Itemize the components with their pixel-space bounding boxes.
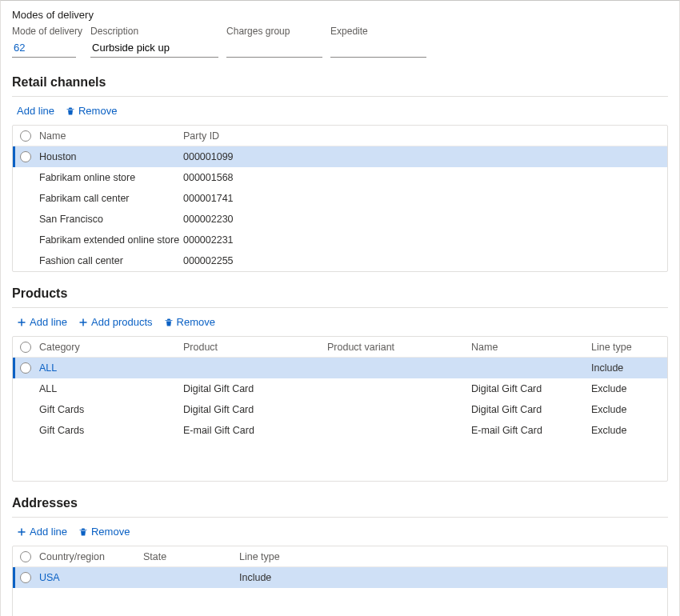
description-field: Description — [90, 26, 218, 58]
plus-icon — [78, 318, 88, 327]
addresses-col-state[interactable]: State — [140, 551, 236, 562]
expedite-label: Expedite — [330, 26, 426, 37]
products-cell-name: E-mail Gift Card — [468, 425, 588, 436]
products-col-linetype[interactable]: Line type — [588, 342, 667, 353]
retail-grid: Name Party ID Houston000001099Fabrikam o… — [12, 125, 668, 272]
retail-head-row: Name Party ID — [13, 126, 667, 146]
retail-cell-party: 000001741 — [180, 193, 667, 204]
products-cell-product: Digital Gift Card — [180, 383, 324, 394]
addresses-title: Addresses — [12, 496, 668, 518]
charges-field: Charges group — [226, 26, 322, 58]
retail-toolbar: Add line Remove — [12, 103, 668, 125]
products-col-product[interactable]: Product — [180, 342, 324, 353]
products-toolbar: Add line Add products Remove — [12, 314, 668, 336]
mode-field: Mode of delivery — [12, 26, 82, 58]
products-cell-name: Digital Gift Card — [468, 404, 588, 415]
products-select-all[interactable] — [20, 342, 31, 353]
products-remove-label: Remove — [177, 316, 215, 328]
table-row[interactable]: ALLInclude — [13, 358, 667, 378]
addresses-grid: Country/region State Line type USAInclud… — [12, 546, 668, 616]
products-col-variant[interactable]: Product variant — [324, 342, 468, 353]
addresses-add-line-button[interactable]: Add line — [17, 526, 67, 538]
products-cell-product: Digital Gift Card — [180, 404, 324, 415]
retail-cell-name: San Francisco — [36, 214, 180, 225]
products-head-row: Category Product Product variant Name Li… — [13, 337, 667, 358]
addresses-cell-country: USA — [36, 572, 140, 583]
addresses-head-row: Country/region State Line type — [13, 546, 667, 567]
addresses-toolbar: Add line Remove — [12, 524, 668, 546]
addresses-add-line-label: Add line — [30, 526, 67, 538]
retail-cell-party: 000002231 — [180, 234, 667, 246]
retail-cell-name: Fabrikam call center — [36, 193, 180, 204]
addresses-remove-button[interactable]: Remove — [78, 526, 130, 538]
table-row[interactable]: San Francisco000002230 — [13, 209, 667, 230]
retail-channels-title: Retail channels — [12, 75, 668, 97]
retail-cell-name: Fabrikam online store — [36, 172, 180, 183]
trash-icon — [78, 527, 88, 537]
products-title: Products — [12, 286, 668, 308]
plus-icon — [17, 527, 26, 537]
addresses-cell-linetype: Include — [236, 572, 667, 583]
retail-select-all[interactable] — [20, 130, 31, 142]
products-cell-name: Digital Gift Card — [468, 383, 588, 394]
products-cell-category: Gift Cards — [36, 425, 180, 436]
row-selector[interactable] — [20, 572, 31, 583]
retail-add-line-button[interactable]: Add line — [17, 105, 54, 117]
products-add-products-label: Add products — [91, 316, 153, 328]
products-add-products-button[interactable]: Add products — [78, 316, 153, 328]
expedite-field: Expedite — [330, 26, 426, 58]
products-cell-linetype: Exclude — [588, 425, 667, 436]
charges-input[interactable] — [226, 38, 322, 58]
table-row[interactable]: Gift CardsDigital Gift CardDigital Gift … — [13, 399, 667, 420]
addresses-col-linetype[interactable]: Line type — [236, 551, 667, 562]
table-row[interactable]: Fabrikam extended online store000002231 — [13, 230, 667, 250]
products-add-line-label: Add line — [30, 316, 67, 328]
header-section: Modes of delivery Mode of delivery Descr… — [1, 1, 679, 61]
table-row[interactable]: Fashion call center000002255 — [13, 250, 667, 271]
retail-cell-party: 000001099 — [180, 151, 667, 162]
products-cell-linetype: Exclude — [588, 383, 667, 394]
expedite-input[interactable] — [330, 38, 426, 58]
retail-col-name[interactable]: Name — [36, 130, 180, 142]
products-col-category[interactable]: Category — [36, 342, 180, 353]
products-cell-category: ALL — [36, 362, 180, 374]
retail-remove-label: Remove — [78, 105, 117, 117]
table-row[interactable]: Fabrikam call center000001741 — [13, 188, 667, 209]
table-row[interactable]: Gift CardsE-mail Gift CardE-mail Gift Ca… — [13, 420, 667, 441]
addresses-remove-label: Remove — [91, 526, 130, 538]
mode-input[interactable] — [12, 38, 76, 58]
retail-cell-party: 000001568 — [180, 172, 667, 183]
products-cell-linetype: Include — [588, 362, 667, 374]
addresses-select-all[interactable] — [20, 551, 31, 562]
description-input[interactable] — [90, 38, 218, 58]
plus-icon — [17, 318, 26, 327]
products-cell-category: ALL — [36, 383, 180, 394]
products-cell-product: E-mail Gift Card — [180, 425, 324, 436]
row-selector[interactable] — [20, 151, 31, 162]
row-selector[interactable] — [20, 362, 31, 374]
table-row[interactable]: USAInclude — [13, 567, 667, 588]
addresses-col-country[interactable]: Country/region — [36, 551, 140, 562]
retail-remove-button[interactable]: Remove — [66, 105, 117, 117]
products-col-name[interactable]: Name — [468, 342, 588, 353]
retail-channels-section: Retail channels Add line Remove Name Par… — [12, 75, 668, 272]
retail-cell-party: 000002230 — [180, 214, 667, 225]
table-row[interactable]: ALLDigital Gift CardDigital Gift CardExc… — [13, 378, 667, 399]
products-cell-category: Gift Cards — [36, 404, 180, 415]
table-row[interactable]: Fabrikam online store000001568 — [13, 167, 667, 188]
retail-cell-party: 000002255 — [180, 255, 667, 266]
trash-icon — [164, 318, 174, 327]
products-add-line-button[interactable]: Add line — [17, 316, 67, 328]
products-section: Products Add line Add products Remove Ca… — [12, 286, 668, 482]
trash-icon — [66, 106, 75, 116]
retail-cell-name: Houston — [36, 151, 180, 162]
products-cell-linetype: Exclude — [588, 404, 667, 415]
retail-cell-name: Fashion call center — [36, 255, 180, 266]
retail-col-party[interactable]: Party ID — [180, 130, 667, 142]
charges-label: Charges group — [226, 26, 322, 37]
table-row[interactable]: Houston000001099 — [13, 146, 667, 167]
description-label: Description — [90, 26, 218, 37]
products-remove-button[interactable]: Remove — [164, 316, 215, 328]
mode-label: Mode of delivery — [12, 26, 82, 37]
addresses-section: Addresses Add line Remove Country/region… — [12, 496, 668, 616]
